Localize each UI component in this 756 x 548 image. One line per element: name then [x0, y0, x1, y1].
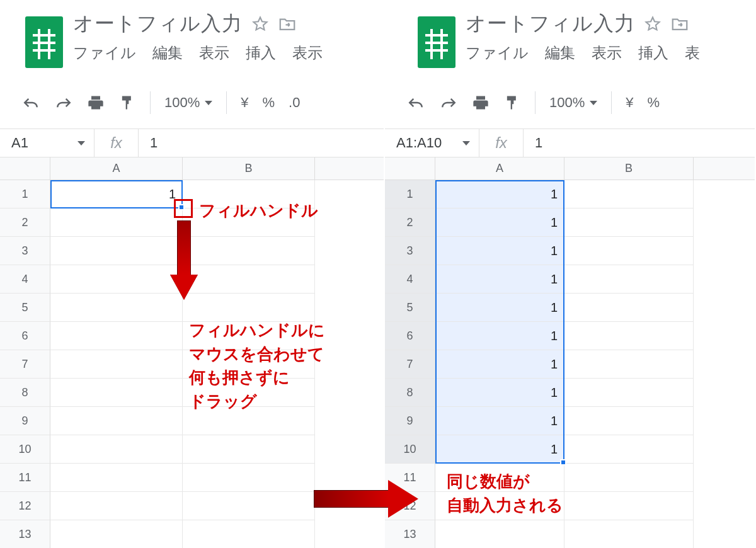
cell[interactable]: 1 [50, 180, 183, 208]
redo-icon[interactable] [439, 96, 458, 110]
doc-title[interactable]: オートフィル入力 [73, 10, 243, 38]
zoom-selector[interactable]: 100% [164, 94, 212, 111]
cell[interactable] [50, 265, 183, 294]
formula-input[interactable]: 1 [524, 129, 755, 157]
cell[interactable]: 1 [435, 322, 564, 350]
cell[interactable] [50, 350, 183, 379]
cell[interactable] [564, 520, 694, 548]
cell[interactable] [564, 237, 694, 265]
row-header[interactable]: 1 [0, 180, 50, 208]
move-folder-icon[interactable] [670, 16, 689, 32]
spreadsheet-grid[interactable]: A B 112131415161718191101111213 同じ数値が 自動… [385, 157, 755, 548]
format-percent-button[interactable]: % [263, 94, 275, 111]
cell[interactable] [435, 520, 564, 548]
menu-file[interactable]: ファイル [73, 43, 136, 63]
cell[interactable] [183, 265, 315, 294]
row-header[interactable]: 4 [385, 265, 435, 294]
zoom-selector[interactable]: 100% [549, 94, 597, 111]
row-header[interactable]: 7 [385, 350, 435, 379]
menu-view[interactable]: 表示 [592, 43, 622, 63]
print-icon[interactable] [472, 94, 490, 111]
cell[interactable] [50, 294, 183, 322]
cell[interactable] [50, 379, 183, 407]
cell[interactable] [564, 265, 694, 294]
column-header-a[interactable]: A [50, 157, 183, 180]
star-icon[interactable] [644, 15, 662, 33]
menu-view[interactable]: 表示 [199, 43, 229, 63]
name-box[interactable]: A1 [0, 129, 94, 157]
row-header[interactable]: 4 [0, 265, 50, 294]
menu-format[interactable]: 表示 [292, 43, 323, 63]
cell[interactable]: 1 [435, 208, 564, 237]
cell[interactable] [564, 350, 694, 379]
row-header[interactable]: 13 [0, 520, 50, 548]
row-header[interactable]: 5 [0, 294, 50, 322]
cell[interactable] [183, 492, 315, 520]
cell[interactable]: 1 [435, 237, 564, 265]
row-header[interactable]: 5 [385, 294, 435, 322]
menu-format[interactable]: 表 [685, 43, 700, 63]
row-header[interactable]: 2 [385, 208, 435, 237]
cell[interactable] [50, 322, 183, 350]
row-header[interactable]: 2 [0, 208, 50, 237]
undo-icon[interactable] [21, 96, 40, 110]
cell[interactable]: 1 [435, 294, 564, 322]
cell[interactable] [50, 435, 183, 464]
cell[interactable] [183, 294, 315, 322]
row-header[interactable]: 7 [0, 350, 50, 379]
row-header[interactable]: 11 [0, 464, 50, 492]
row-header[interactable]: 10 [385, 435, 435, 464]
menu-edit[interactable]: 編集 [152, 43, 183, 63]
cell[interactable] [183, 520, 315, 548]
doc-title[interactable]: オートフィル入力 [466, 10, 635, 38]
cell[interactable] [50, 492, 183, 520]
format-currency-button[interactable]: ¥ [626, 94, 633, 111]
cell[interactable] [564, 492, 694, 520]
column-header-b[interactable]: B [183, 157, 315, 180]
row-header[interactable]: 10 [0, 435, 50, 464]
cell[interactable] [564, 322, 694, 350]
move-folder-icon[interactable] [278, 16, 297, 32]
row-header[interactable]: 13 [385, 520, 435, 548]
cell[interactable]: 1 [435, 435, 564, 464]
cell[interactable]: 1 [435, 407, 564, 435]
redo-icon[interactable] [54, 96, 73, 110]
cell[interactable]: 1 [435, 180, 564, 208]
cell[interactable] [50, 464, 183, 492]
cell[interactable] [183, 464, 315, 492]
paint-format-icon[interactable] [503, 94, 521, 111]
row-header[interactable]: 1 [385, 180, 435, 208]
cell[interactable] [564, 464, 694, 492]
format-decimal-button[interactable]: .0 [289, 94, 300, 111]
star-icon[interactable] [251, 15, 269, 33]
cell[interactable]: 1 [435, 265, 564, 294]
paint-format-icon[interactable] [118, 94, 136, 111]
cell[interactable] [564, 180, 694, 208]
cell[interactable] [50, 520, 183, 548]
cell[interactable]: 1 [435, 350, 564, 379]
column-header-b[interactable]: B [564, 157, 694, 180]
cell[interactable] [50, 407, 183, 435]
row-header[interactable]: 12 [0, 492, 50, 520]
row-header[interactable]: 6 [385, 322, 435, 350]
row-header[interactable]: 3 [385, 237, 435, 265]
menu-insert[interactable]: 挿入 [246, 43, 276, 63]
print-icon[interactable] [87, 94, 105, 111]
formula-input[interactable]: 1 [139, 129, 384, 157]
cell[interactable] [564, 407, 694, 435]
cell[interactable] [564, 208, 694, 237]
cell[interactable] [183, 237, 315, 265]
cell[interactable] [564, 294, 694, 322]
menu-file[interactable]: ファイル [466, 43, 529, 63]
select-all-corner[interactable] [0, 157, 50, 180]
select-all-corner[interactable] [385, 157, 435, 180]
cell[interactable] [564, 379, 694, 407]
cell[interactable] [564, 435, 694, 464]
format-percent-button[interactable]: % [648, 94, 660, 111]
format-currency-button[interactable]: ¥ [241, 94, 248, 111]
name-box[interactable]: A1:A10 [385, 129, 479, 157]
undo-icon[interactable] [406, 96, 425, 110]
column-header-a[interactable]: A [435, 157, 564, 180]
row-header[interactable]: 9 [0, 407, 50, 435]
row-header[interactable]: 3 [0, 237, 50, 265]
